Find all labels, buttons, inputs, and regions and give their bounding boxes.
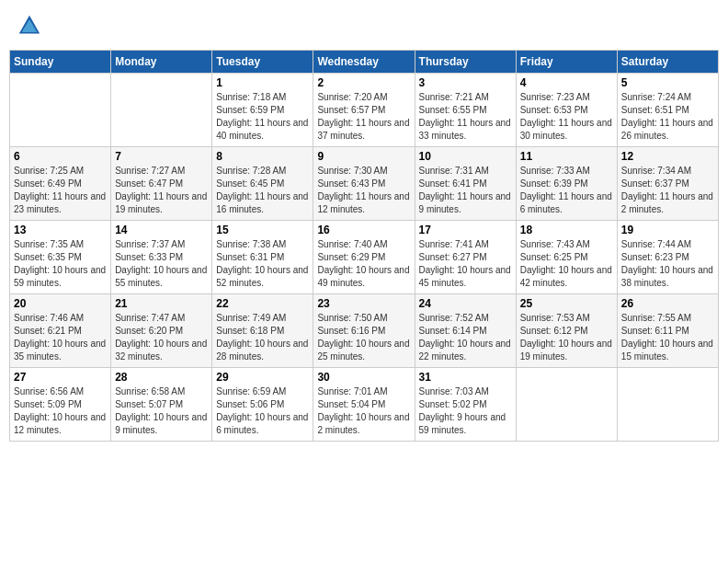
day-info: Sunrise: 7:21 AM Sunset: 6:55 PM Dayligh… (419, 91, 512, 143)
day-info: Sunrise: 7:52 AM Sunset: 6:14 PM Dayligh… (419, 312, 512, 363)
day-header-tuesday: Tuesday (212, 51, 313, 74)
day-info: Sunrise: 7:35 AM Sunset: 6:35 PM Dayligh… (14, 238, 107, 290)
day-header-sunday: Sunday (10, 51, 111, 74)
calendar-week-row: 13Sunrise: 7:35 AM Sunset: 6:35 PM Dayli… (10, 221, 719, 294)
day-number: 7 (115, 150, 208, 163)
day-info: Sunrise: 7:41 AM Sunset: 6:27 PM Dayligh… (419, 238, 512, 290)
day-info: Sunrise: 7:55 AM Sunset: 6:11 PM Dayligh… (621, 312, 714, 363)
calendar-cell: 31Sunrise: 7:03 AM Sunset: 5:02 PM Dayli… (415, 368, 516, 442)
day-number: 8 (216, 150, 309, 163)
day-info: Sunrise: 7:37 AM Sunset: 6:33 PM Dayligh… (115, 238, 208, 290)
day-info: Sunrise: 7:44 AM Sunset: 6:23 PM Dayligh… (621, 238, 714, 290)
calendar-cell: 15Sunrise: 7:38 AM Sunset: 6:31 PM Dayli… (212, 221, 313, 294)
day-info: Sunrise: 7:28 AM Sunset: 6:45 PM Dayligh… (216, 165, 309, 216)
day-number: 6 (14, 150, 107, 163)
day-info: Sunrise: 7:53 AM Sunset: 6:12 PM Dayligh… (520, 312, 613, 363)
day-header-monday: Monday (111, 51, 212, 74)
day-info: Sunrise: 7:33 AM Sunset: 6:39 PM Dayligh… (520, 165, 613, 216)
day-number: 11 (520, 150, 613, 163)
day-info: Sunrise: 7:23 AM Sunset: 6:53 PM Dayligh… (520, 91, 613, 143)
calendar-cell: 21Sunrise: 7:47 AM Sunset: 6:20 PM Dayli… (111, 294, 212, 368)
calendar-table: SundayMondayTuesdayWednesdayThursdayFrid… (9, 50, 719, 442)
calendar-cell: 24Sunrise: 7:52 AM Sunset: 6:14 PM Dayli… (415, 294, 516, 368)
calendar-cell (10, 74, 111, 147)
day-info: Sunrise: 7:50 AM Sunset: 6:16 PM Dayligh… (317, 312, 410, 363)
calendar-cell: 27Sunrise: 6:56 AM Sunset: 5:09 PM Dayli… (10, 368, 111, 442)
calendar-header-row: SundayMondayTuesdayWednesdayThursdayFrid… (10, 51, 719, 74)
day-header-thursday: Thursday (415, 51, 516, 74)
calendar-cell: 14Sunrise: 7:37 AM Sunset: 6:33 PM Dayli… (111, 221, 212, 294)
calendar-cell: 17Sunrise: 7:41 AM Sunset: 6:27 PM Dayli… (415, 221, 516, 294)
calendar-cell: 25Sunrise: 7:53 AM Sunset: 6:12 PM Dayli… (516, 294, 617, 368)
calendar-cell: 11Sunrise: 7:33 AM Sunset: 6:39 PM Dayli… (516, 147, 617, 221)
day-number: 5 (621, 76, 714, 89)
calendar-cell: 10Sunrise: 7:31 AM Sunset: 6:41 PM Dayli… (415, 147, 516, 221)
day-number: 17 (419, 224, 512, 236)
day-number: 18 (520, 224, 613, 236)
day-info: Sunrise: 7:18 AM Sunset: 6:59 PM Dayligh… (216, 91, 309, 143)
day-info: Sunrise: 7:30 AM Sunset: 6:43 PM Dayligh… (317, 165, 410, 216)
day-number: 26 (621, 297, 714, 310)
day-info: Sunrise: 7:49 AM Sunset: 6:18 PM Dayligh… (216, 312, 309, 363)
calendar-cell (111, 74, 212, 147)
calendar-cell: 28Sunrise: 6:58 AM Sunset: 5:07 PM Dayli… (111, 368, 212, 442)
day-number: 20 (14, 297, 107, 310)
calendar-cell (516, 368, 617, 442)
day-number: 27 (14, 371, 107, 384)
calendar-cell: 16Sunrise: 7:40 AM Sunset: 6:29 PM Dayli… (313, 221, 415, 294)
day-info: Sunrise: 7:01 AM Sunset: 5:04 PM Dayligh… (317, 385, 410, 437)
day-info: Sunrise: 6:59 AM Sunset: 5:06 PM Dayligh… (216, 385, 309, 437)
day-number: 15 (216, 224, 309, 236)
day-number: 2 (317, 76, 410, 89)
day-number: 19 (621, 224, 714, 236)
day-info: Sunrise: 7:47 AM Sunset: 6:20 PM Dayligh… (115, 312, 208, 363)
calendar-cell: 29Sunrise: 6:59 AM Sunset: 5:06 PM Dayli… (212, 368, 313, 442)
day-number: 1 (216, 76, 309, 89)
day-number: 16 (317, 224, 410, 236)
calendar-week-row: 27Sunrise: 6:56 AM Sunset: 5:09 PM Dayli… (10, 368, 719, 442)
calendar-week-row: 20Sunrise: 7:46 AM Sunset: 6:21 PM Dayli… (10, 294, 719, 368)
day-number: 3 (419, 76, 512, 89)
day-number: 12 (621, 150, 714, 163)
day-header-saturday: Saturday (617, 51, 718, 74)
day-number: 25 (520, 297, 613, 310)
day-number: 10 (419, 150, 512, 163)
calendar-cell: 20Sunrise: 7:46 AM Sunset: 6:21 PM Dayli… (10, 294, 111, 368)
page-header (9, 9, 719, 42)
calendar-cell: 5Sunrise: 7:24 AM Sunset: 6:51 PM Daylig… (617, 74, 718, 147)
calendar-cell: 26Sunrise: 7:55 AM Sunset: 6:11 PM Dayli… (617, 294, 718, 368)
calendar-cell: 2Sunrise: 7:20 AM Sunset: 6:57 PM Daylig… (313, 74, 415, 147)
day-info: Sunrise: 7:27 AM Sunset: 6:47 PM Dayligh… (115, 165, 208, 216)
calendar-cell: 19Sunrise: 7:44 AM Sunset: 6:23 PM Dayli… (617, 221, 718, 294)
day-info: Sunrise: 7:34 AM Sunset: 6:37 PM Dayligh… (621, 165, 714, 216)
day-info: Sunrise: 7:38 AM Sunset: 6:31 PM Dayligh… (216, 238, 309, 290)
day-info: Sunrise: 7:40 AM Sunset: 6:29 PM Dayligh… (317, 238, 410, 290)
calendar-cell (617, 368, 718, 442)
calendar-cell: 23Sunrise: 7:50 AM Sunset: 6:16 PM Dayli… (313, 294, 415, 368)
calendar-cell: 18Sunrise: 7:43 AM Sunset: 6:25 PM Dayli… (516, 221, 617, 294)
calendar-cell: 7Sunrise: 7:27 AM Sunset: 6:47 PM Daylig… (111, 147, 212, 221)
day-number: 23 (317, 297, 410, 310)
day-number: 22 (216, 297, 309, 310)
calendar-cell: 8Sunrise: 7:28 AM Sunset: 6:45 PM Daylig… (212, 147, 313, 221)
logo-icon (17, 13, 42, 39)
calendar-cell: 1Sunrise: 7:18 AM Sunset: 6:59 PM Daylig… (212, 74, 313, 147)
calendar-cell: 22Sunrise: 7:49 AM Sunset: 6:18 PM Dayli… (212, 294, 313, 368)
day-number: 13 (14, 224, 107, 236)
day-number: 21 (115, 297, 208, 310)
day-info: Sunrise: 7:24 AM Sunset: 6:51 PM Dayligh… (621, 91, 714, 143)
calendar-cell: 4Sunrise: 7:23 AM Sunset: 6:53 PM Daylig… (516, 74, 617, 147)
day-info: Sunrise: 7:20 AM Sunset: 6:57 PM Dayligh… (317, 91, 410, 143)
day-info: Sunrise: 7:46 AM Sunset: 6:21 PM Dayligh… (14, 312, 107, 363)
calendar-cell: 6Sunrise: 7:25 AM Sunset: 6:49 PM Daylig… (10, 147, 111, 221)
calendar-week-row: 1Sunrise: 7:18 AM Sunset: 6:59 PM Daylig… (10, 74, 719, 147)
day-number: 31 (419, 371, 512, 384)
day-number: 29 (216, 371, 309, 384)
calendar-cell: 13Sunrise: 7:35 AM Sunset: 6:35 PM Dayli… (10, 221, 111, 294)
calendar-cell: 9Sunrise: 7:30 AM Sunset: 6:43 PM Daylig… (313, 147, 415, 221)
calendar-cell: 30Sunrise: 7:01 AM Sunset: 5:04 PM Dayli… (313, 368, 415, 442)
day-number: 28 (115, 371, 208, 384)
day-number: 4 (520, 76, 613, 89)
day-info: Sunrise: 6:56 AM Sunset: 5:09 PM Dayligh… (14, 385, 107, 437)
day-number: 24 (419, 297, 512, 310)
